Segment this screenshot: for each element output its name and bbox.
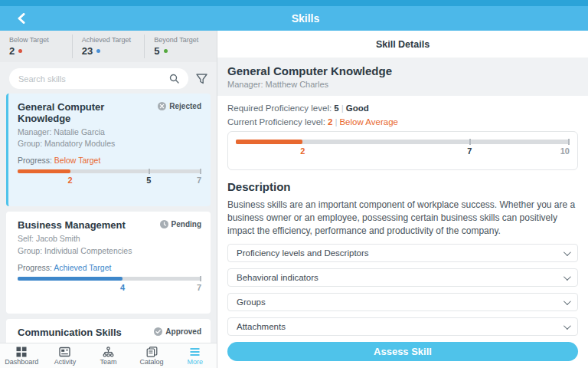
assess-skill-button[interactable]: Assess Skill xyxy=(227,342,578,361)
search-input[interactable] xyxy=(18,74,169,84)
description-title: Description xyxy=(227,180,578,193)
bottom-navigation: Dashboard Activity Team Catalog More xyxy=(0,343,217,368)
beyond-target-dot xyxy=(164,49,168,53)
accordion-behavioral-indicators[interactable]: Behavioral indicators xyxy=(227,268,578,287)
skills-app: Skills Below Target 2 Achieved Target 23… xyxy=(0,0,588,368)
skill-details-panel: Skill Details General Computer Knowledge… xyxy=(217,31,588,368)
nav-item-more[interactable]: More xyxy=(173,347,217,366)
description-text: Business skills are an important compone… xyxy=(227,199,578,237)
stat-beyond-target: Beyond Target 5 xyxy=(144,34,217,58)
dashboard-grid-icon xyxy=(16,347,27,357)
proficiency-slider[interactable]: 257 xyxy=(18,169,201,197)
skills-list-panel: Below Target 2 Achieved Target 23 Beyond… xyxy=(0,31,217,368)
details-panel-title: Skill Details xyxy=(217,31,588,58)
page-title: Skills xyxy=(0,12,588,25)
status-bar xyxy=(0,0,588,6)
progress-label: Progress: Achieved Target xyxy=(18,263,201,272)
skill-card-meta: Self: Jacob Smith xyxy=(18,233,201,245)
detail-proficiency-slider[interactable]: 2710 xyxy=(236,140,570,168)
chevron-down-icon xyxy=(564,248,571,256)
status-badge: Approved xyxy=(154,327,201,336)
filter-icon[interactable] xyxy=(196,74,207,84)
skill-card-title: Business Management xyxy=(18,219,126,231)
skill-card-title: Communication Skills xyxy=(18,327,122,338)
stats-summary: Below Target 2 Achieved Target 23 Beyond… xyxy=(0,31,217,62)
activity-card-icon xyxy=(59,347,70,357)
more-hamburger-icon xyxy=(189,347,201,357)
back-button[interactable] xyxy=(12,9,31,28)
status-badge: Rejected xyxy=(158,102,201,110)
rejected-icon xyxy=(158,102,166,110)
catalog-pages-icon xyxy=(146,347,158,357)
skill-card-meta: Manager: Natalie Garcia xyxy=(18,127,201,138)
app-bar: Skills xyxy=(0,6,588,31)
skill-card[interactable]: Business Management Pending Self: Jacob … xyxy=(6,212,211,313)
chevron-down-icon xyxy=(564,297,571,305)
skill-card-meta: Group: Mandatory Modules xyxy=(18,138,201,150)
detail-skill-title: General Computer Knowledge xyxy=(227,64,578,77)
team-orgchart-icon xyxy=(103,347,114,357)
progress-label: Progress: Below Target xyxy=(18,156,201,165)
detail-skill-manager: Manager: Matthew Charles xyxy=(227,80,578,89)
accordion-groups[interactable]: Groups xyxy=(227,293,578,311)
skill-card-meta: Group: Individual Competencies xyxy=(18,245,201,257)
chevron-down-icon xyxy=(564,273,571,281)
description-section: Description Business skills are an impor… xyxy=(217,170,588,237)
proficiency-section: Required Proficiency level: 5|Good Curre… xyxy=(217,96,588,127)
status-badge: Pending xyxy=(160,220,201,228)
current-proficiency-line: Current Proficiency level: 2|Below Avera… xyxy=(227,117,578,127)
proficiency-slider[interactable]: 47 xyxy=(18,277,201,304)
chevron-down-icon xyxy=(564,322,571,330)
achieved-target-dot xyxy=(96,49,100,53)
skill-card[interactable]: General Computer Knowledge Rejected Mana… xyxy=(6,94,211,206)
nav-item-dashboard[interactable]: Dashboard xyxy=(0,347,44,366)
approved-icon xyxy=(154,327,162,336)
below-target-dot xyxy=(18,49,22,53)
accordion-list: Proficiency levels and Descriptors Behav… xyxy=(217,237,588,336)
stat-achieved-target: Achieved Target 23 xyxy=(72,34,145,58)
chevron-left-icon xyxy=(17,13,26,24)
stat-below-target: Below Target 2 xyxy=(0,34,72,58)
nav-item-activity[interactable]: Activity xyxy=(44,347,87,366)
accordion-proficiency-levels[interactable]: Proficiency levels and Descriptors xyxy=(227,244,578,262)
skill-card-title: General Computer Knowledge xyxy=(18,101,158,124)
nav-item-catalog[interactable]: Catalog xyxy=(130,347,174,366)
nav-item-team[interactable]: Team xyxy=(87,347,130,366)
required-proficiency-line: Required Proficiency level: 5|Good xyxy=(227,104,578,113)
assessment-history-section: Assessment history NG Natalie Garcia xyxy=(217,361,588,368)
pending-icon xyxy=(160,220,168,228)
proficiency-slider-card: 2710 xyxy=(227,131,578,170)
search-field[interactable] xyxy=(9,68,188,89)
search-icon xyxy=(169,74,179,84)
accordion-attachments[interactable]: Attachments xyxy=(227,317,578,336)
skill-title-band: General Computer Knowledge Manager: Matt… xyxy=(217,58,588,96)
